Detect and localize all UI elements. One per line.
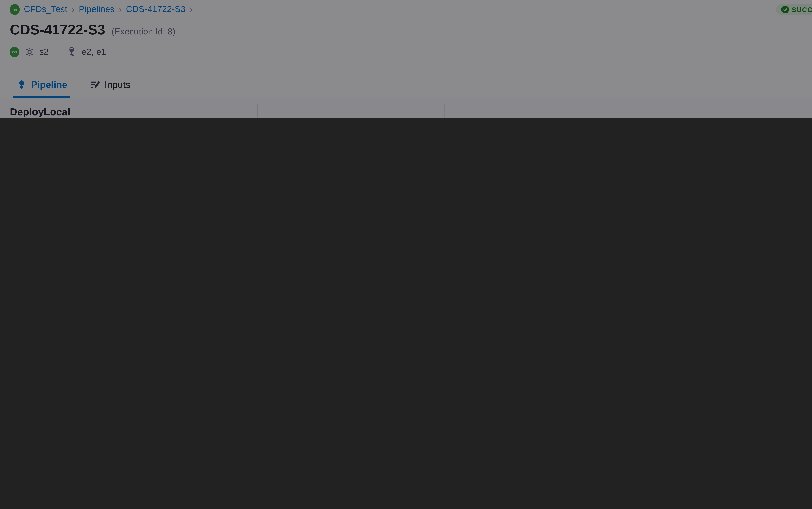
app-root: ∞ CFDs_Test › Pipelines › CDS-41722-S3 ›… [0, 0, 812, 118]
dim-overlay [0, 0, 812, 118]
